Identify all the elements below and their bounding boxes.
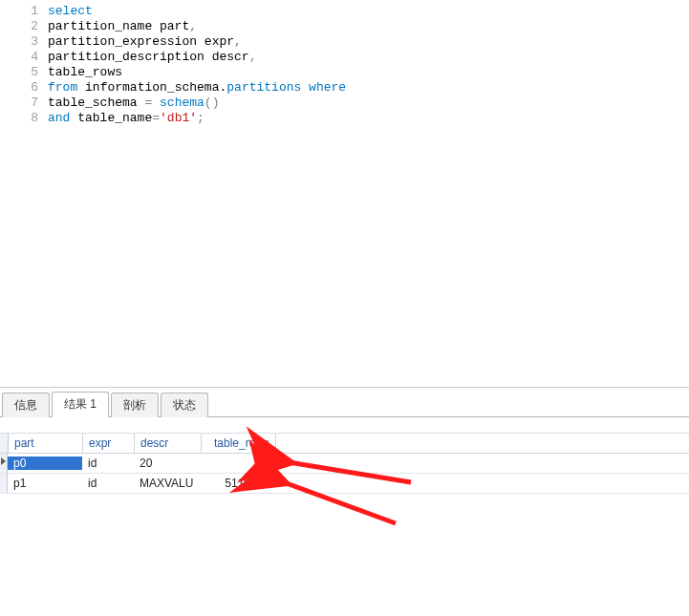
code-line[interactable]: partition_description descr, — [48, 50, 689, 65]
line-number: 1 — [0, 4, 38, 19]
grid-header: part expr descr table_rows — [0, 433, 689, 454]
tab-2[interactable]: 剖析 — [111, 393, 159, 417]
sql-editor[interactable]: 12345678 selectpartition_name part,parti… — [0, 0, 689, 388]
cell-descr[interactable]: 20 — [134, 457, 201, 470]
row-selector-header — [0, 434, 9, 453]
line-number: 3 — [0, 34, 38, 50]
row-selector[interactable] — [0, 474, 8, 493]
line-number: 5 — [0, 65, 38, 80]
line-number: 6 — [0, 80, 38, 96]
code-line[interactable]: select — [48, 4, 689, 19]
code-line[interactable]: partition_expression expr, — [48, 34, 689, 50]
table-row[interactable]: p1idMAXVALU5119981 — [0, 474, 689, 494]
line-number: 4 — [0, 50, 38, 65]
line-number-gutter: 12345678 — [0, 4, 48, 387]
line-number: 8 — [0, 111, 38, 126]
cell-table-rows[interactable]: 5119981 — [201, 477, 275, 490]
code-line[interactable]: table_rows — [48, 65, 689, 80]
grid-body: p0id2019p1idMAXVALU5119981 — [0, 454, 689, 494]
tab-0[interactable]: 信息 — [2, 393, 50, 417]
column-header-expr[interactable]: expr — [83, 434, 135, 453]
column-header-descr[interactable]: descr — [135, 434, 202, 453]
row-selector[interactable] — [0, 454, 8, 473]
cell-part[interactable]: p1 — [8, 477, 82, 490]
code-line[interactable]: table_schema = schema() — [48, 96, 689, 111]
tab-1[interactable]: 结果 1 — [52, 392, 109, 417]
table-row[interactable]: p0id2019 — [0, 454, 689, 474]
result-tabs: 信息结果 1剖析状态 — [0, 390, 689, 417]
sql-code[interactable]: selectpartition_name part,partition_expr… — [48, 4, 689, 387]
code-line[interactable]: from information_schema.partitions where — [48, 80, 689, 96]
cell-expr[interactable]: id — [82, 457, 134, 470]
result-grid: part expr descr table_rows p0id2019p1idM… — [0, 433, 689, 494]
code-line[interactable]: partition_name part, — [48, 19, 689, 34]
column-header-table-rows[interactable]: table_rows — [202, 434, 276, 453]
cell-part[interactable]: p0 — [8, 457, 82, 470]
line-number: 7 — [0, 96, 38, 111]
code-line[interactable]: and table_name='db1'; — [48, 111, 689, 126]
tab-3[interactable]: 状态 — [161, 393, 208, 417]
cell-table-rows[interactable]: 19 — [201, 457, 275, 470]
column-header-part[interactable]: part — [9, 434, 83, 453]
line-number: 2 — [0, 19, 38, 34]
cell-descr[interactable]: MAXVALU — [134, 477, 201, 490]
cell-expr[interactable]: id — [82, 477, 134, 490]
